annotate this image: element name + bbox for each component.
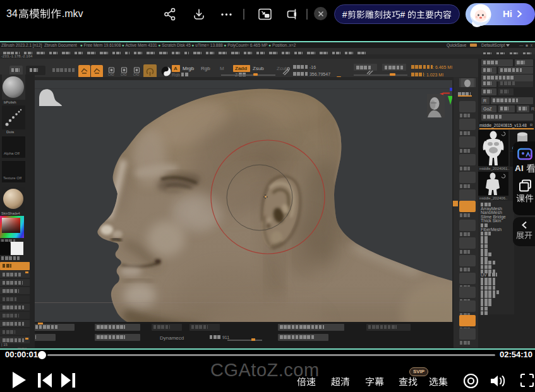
svg-text:CAD: CAD — [108, 73, 114, 76]
svg-text:CAD: CAD — [121, 73, 127, 76]
svg-text:CAD: CAD — [133, 73, 140, 76]
